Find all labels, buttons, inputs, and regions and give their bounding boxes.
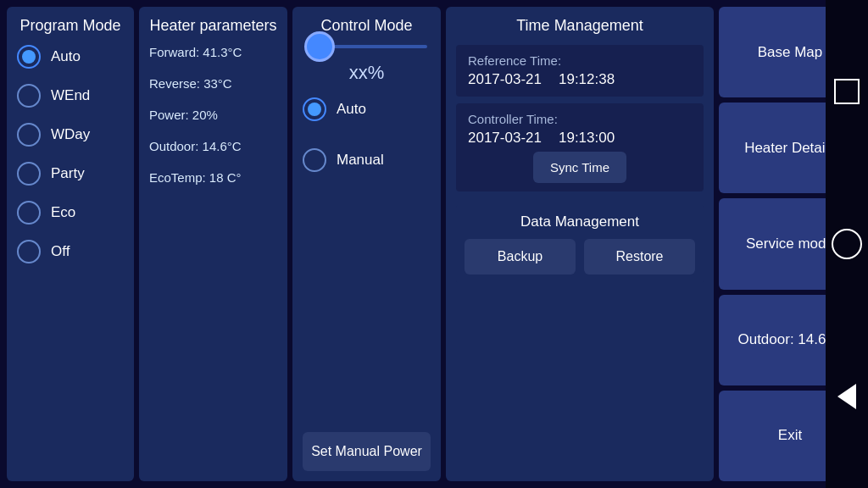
- nav-bar: [826, 0, 868, 488]
- controller-time-section: Controller Time: 2017-03-21 19:13:00 Syn…: [456, 103, 704, 191]
- radio-party-label: Party: [51, 165, 85, 182]
- percentage-display: xx%: [303, 62, 431, 84]
- slider-track[interactable]: [306, 45, 427, 48]
- radio-eco-label: Eco: [51, 204, 75, 221]
- program-mode-wend[interactable]: WEnd: [17, 84, 124, 108]
- controller-date: 2017-03-21: [468, 130, 542, 147]
- control-radio-auto-label: Auto: [337, 101, 366, 118]
- sync-time-button[interactable]: Sync Time: [533, 152, 626, 183]
- slider-thumb[interactable]: [304, 31, 335, 62]
- controller-time-label: Controller Time:: [468, 112, 692, 126]
- radio-auto[interactable]: [17, 45, 41, 69]
- radio-off[interactable]: [17, 240, 41, 263]
- param-forward: Forward: 41.3°C: [149, 45, 277, 59]
- set-manual-power-button[interactable]: Set Manual Power: [303, 432, 431, 471]
- control-radio-manual[interactable]: [303, 148, 326, 172]
- radio-off-label: Off: [51, 243, 70, 260]
- heater-params-panel: Heater parameters Forward: 41.3°C Revers…: [139, 7, 287, 481]
- nav-square-icon[interactable]: [834, 79, 860, 104]
- program-mode-party[interactable]: Party: [17, 162, 124, 186]
- controller-time: 19:13:00: [559, 130, 615, 147]
- radio-party[interactable]: [17, 162, 41, 186]
- heater-params-title: Heater parameters: [149, 17, 277, 35]
- reference-time: 19:12:38: [559, 71, 615, 88]
- param-ecotemp: EcoTemp: 18 C°: [149, 170, 277, 185]
- control-radio-auto[interactable]: [303, 97, 326, 121]
- param-outdoor: Outdoor: 14.6°C: [149, 139, 277, 153]
- program-mode-eco[interactable]: Eco: [17, 201, 124, 225]
- control-mode-manual[interactable]: Manual: [303, 148, 431, 172]
- reference-time-section: Reference Time: 2017-03-21 19:12:38: [456, 45, 704, 97]
- program-mode-wday[interactable]: WDay: [17, 123, 124, 147]
- control-radio-manual-label: Manual: [337, 152, 384, 169]
- slider-container: [303, 45, 431, 48]
- radio-eco[interactable]: [17, 201, 41, 225]
- data-management-title: Data Management: [465, 214, 695, 230]
- program-mode-off[interactable]: Off: [17, 240, 124, 263]
- param-power: Power: 20%: [149, 108, 277, 122]
- nav-circle-icon[interactable]: [832, 229, 862, 259]
- program-mode-title: Program Mode: [17, 17, 124, 35]
- radio-wday[interactable]: [17, 123, 41, 147]
- radio-wend[interactable]: [17, 84, 41, 108]
- radio-auto-label: Auto: [51, 48, 81, 65]
- nav-back-icon[interactable]: [837, 384, 856, 409]
- control-mode-auto[interactable]: Auto: [303, 97, 431, 121]
- controller-time-value: 2017-03-21 19:13:00: [468, 130, 692, 147]
- control-mode-panel: Control Mode xx% Auto Manual Set Manual …: [292, 7, 441, 481]
- time-management-title: Time Management: [456, 17, 704, 35]
- program-mode-panel: Program Mode Auto WEnd WDay Party Eco Of…: [7, 7, 134, 481]
- reference-date: 2017-03-21: [468, 71, 542, 88]
- param-reverse: Reverse: 33°C: [149, 76, 277, 91]
- main-container: Program Mode Auto WEnd WDay Party Eco Of…: [0, 0, 868, 488]
- program-mode-auto[interactable]: Auto: [17, 45, 124, 69]
- time-management-panel: Time Management Reference Time: 2017-03-…: [446, 7, 714, 481]
- radio-wday-label: WDay: [51, 126, 90, 143]
- data-management-buttons: Backup Restore: [465, 239, 695, 274]
- reference-time-value: 2017-03-21 19:12:38: [468, 71, 692, 88]
- radio-wend-label: WEnd: [51, 87, 90, 104]
- restore-button[interactable]: Restore: [584, 239, 695, 274]
- control-radio-group: Auto Manual: [303, 97, 431, 432]
- reference-time-label: Reference Time:: [468, 53, 692, 68]
- backup-button[interactable]: Backup: [465, 239, 576, 274]
- data-management-section: Data Management Backup Restore: [456, 205, 704, 283]
